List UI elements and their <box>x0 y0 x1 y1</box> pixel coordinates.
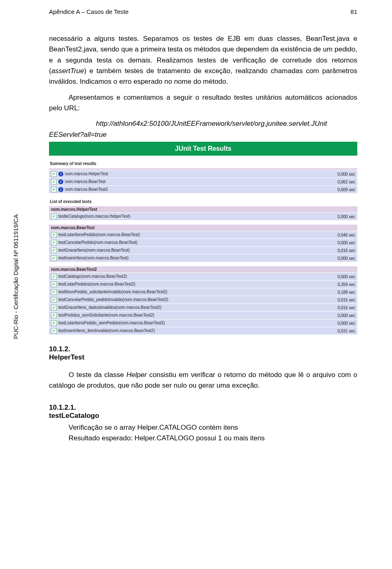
junit-results: Summary of test results ✓inom.marcos.Hel… <box>49 161 357 335</box>
test-time: 0,031 sec <box>321 327 357 335</box>
test-name: testCatalogo(nom.marcos.BeanTest2) <box>58 274 127 279</box>
test-name: testNovoPedido_solicitanteInvalido(nom.m… <box>58 290 167 294</box>
summary-heading: Summary of test results <box>50 161 356 166</box>
check-icon: ✓ <box>51 214 57 219</box>
group-name: nom.marcos.HelperTest <box>49 206 357 213</box>
section-title-helpertest: HelperTest <box>49 353 357 361</box>
group-name: nom.marcos.BeanTest <box>49 225 357 231</box>
running-head-title: Apêndice A – Casos de Teste <box>49 8 129 15</box>
test-time: 0,046 sec <box>321 231 357 239</box>
eeservlet-line: EEServlet?all=true <box>49 129 357 140</box>
summary-time: 0,000 sec <box>321 170 357 178</box>
table-row: ✓testCatalogo(nom.marcos.BeanTest2)0,000… <box>49 273 357 281</box>
test-time: 0,000 sec <box>321 319 357 327</box>
section-title-testlecatalogo: testLeCatalogo <box>49 412 357 420</box>
group-table: ✓testleCatalogo(nom.marcos.HelperTest) 0… <box>49 213 357 221</box>
test-name: testListarItensPedido_semPedido(nom.marc… <box>58 321 165 325</box>
test-name: testInserirItens_itemInvalido(nom.marcos… <box>58 328 155 333</box>
table-row: ✓testleCatalogo(nom.marcos.HelperTest) 0… <box>49 213 357 221</box>
test-time: 0,016 sec <box>321 304 357 312</box>
test-time: 0,000 sec <box>321 254 357 262</box>
test-name: testPedidos_semSolicitante(nom.marcos.Be… <box>58 313 154 317</box>
verification-line: Verificação se o array Helper.CATALOGO c… <box>69 422 357 433</box>
summary-name: nom.marcos.BeanTest2 <box>65 187 108 192</box>
test-name: testGravarItens_dadosInvalidos(nom.marco… <box>58 305 161 310</box>
paragraph-3a: O teste da classe <box>69 371 126 379</box>
test-name: testCancelarPedido(nom.marcos.BeanTest) <box>58 240 137 245</box>
paragraph-1: necessário a alguns testes. Separamos os… <box>49 33 357 87</box>
check-icon: ✓ <box>51 179 57 185</box>
url-line: http://athlon64x2:50100/JUnitEEFramework… <box>96 118 357 129</box>
table-row: ✓testListarPedidos(nom.marcos.BeanTest2)… <box>49 281 357 288</box>
table-row: ✓inom.marcos.HelperTest 0,000 sec <box>49 170 357 178</box>
test-time: 0,015 sec <box>321 296 357 304</box>
check-icon: ✓ <box>51 305 57 310</box>
table-row: ✓inom.marcos.BeanTest2 0,609 sec <box>49 186 357 194</box>
test-name: testListarPedidos(nom.marcos.BeanTest2) <box>58 282 135 286</box>
table-row: ✓testCancelarPedido(nom.marcos.BeanTest)… <box>49 239 357 247</box>
check-icon: ✓ <box>51 232 57 238</box>
certification-sidelabel: PUC-Rio - Certificação Digital Nº 061191… <box>12 214 19 339</box>
running-head: Apêndice A – Casos de Teste 81 <box>49 8 357 15</box>
paragraph-1b: ) e também testes de tratamento de exceç… <box>49 67 357 85</box>
info-icon: i <box>58 179 63 184</box>
table-row: ✓testCancelarPedido_pedidoInvalido(nom.m… <box>49 296 357 304</box>
table-row: ✓testGravarItens_dadosInvalidos(nom.marc… <box>49 304 357 312</box>
page-number: 81 <box>350 8 357 15</box>
test-time: 0,000 sec <box>321 312 357 319</box>
info-icon: i <box>58 172 63 176</box>
group-table: ✓testListarItensPedido(nom.marcos.BeanTe… <box>49 231 357 262</box>
test-time: 0,016 sec <box>321 247 357 254</box>
check-icon: ✓ <box>51 281 57 287</box>
check-icon: ✓ <box>51 312 57 318</box>
table-row: ✓testInserirItens_itemInvalido(nom.marco… <box>49 327 357 335</box>
test-time: 0,000 sec <box>321 213 357 221</box>
table-row: ✓inom.marcos.BeanTest 0,062 sec <box>49 178 357 186</box>
test-name: testleCatalogo(nom.marcos.HelperTest) <box>58 214 130 219</box>
table-row: ✓testListarItensPedido_semPedido(nom.mar… <box>49 319 357 327</box>
check-icon: ✓ <box>51 274 57 279</box>
test-name: testListarItensPedido(nom.marcos.BeanTes… <box>58 232 140 237</box>
test-time: 0,188 sec <box>321 288 357 296</box>
test-time: 0,359 sec <box>321 281 357 288</box>
test-name: testGravarItens(nom.marcos.BeanTest) <box>58 248 130 252</box>
check-icon: ✓ <box>51 320 57 326</box>
info-icon: i <box>58 187 63 192</box>
check-icon: ✓ <box>51 255 57 261</box>
paragraph-3: O teste da classe Helper consistiu em ve… <box>49 370 357 391</box>
check-icon: ✓ <box>51 297 57 303</box>
expected-result-line: Resultado esperado: Helper.CATALOGO poss… <box>69 433 357 444</box>
check-icon: ✓ <box>51 248 57 253</box>
list-heading: List of executed tests <box>50 199 356 204</box>
check-icon: ✓ <box>51 171 57 177</box>
paragraph-2: Apresentamos e comentamos a seguir o res… <box>49 92 357 114</box>
table-row: ✓testPedidos_semSolicitante(nom.marcos.B… <box>49 312 357 319</box>
test-time: 0,000 sec <box>321 273 357 281</box>
check-icon: ✓ <box>51 187 57 192</box>
summary-name: nom.marcos.BeanTest <box>65 179 106 184</box>
helper-italic: Helper <box>126 371 147 379</box>
table-row: ✓testNovoPedido_solicitanteInvalido(nom.… <box>49 288 357 296</box>
table-row: ✓testGravarItens(nom.marcos.BeanTest)0,0… <box>49 247 357 254</box>
table-row: ✓testInserirItens(nom.marcos.BeanTest)0,… <box>49 254 357 262</box>
section-number-10-1-2: 10.1.2. <box>49 345 357 353</box>
summary-table: ✓inom.marcos.HelperTest 0,000 sec ✓inom.… <box>49 168 357 194</box>
check-icon: ✓ <box>51 289 57 295</box>
junit-banner: JUnit Test Results <box>49 142 357 156</box>
test-name: testInserirItens(nom.marcos.BeanTest) <box>58 256 129 260</box>
group-table: ✓testCatalogo(nom.marcos.BeanTest2)0,000… <box>49 273 357 335</box>
assert-true-italic: assertTrue <box>51 67 84 75</box>
summary-time: 0,609 sec <box>321 186 357 194</box>
table-row: ✓testListarItensPedido(nom.marcos.BeanTe… <box>49 231 357 239</box>
test-time: 0,000 sec <box>321 239 357 247</box>
summary-time: 0,062 sec <box>321 178 357 186</box>
summary-name: nom.marcos.HelperTest <box>65 172 108 176</box>
section-number-10-1-2-1: 10.1.2.1. <box>49 404 357 412</box>
check-icon: ✓ <box>51 240 57 245</box>
test-name: testCancelarPedido_pedidoInvalido(nom.ma… <box>58 297 168 302</box>
group-name: nom.marcos.BeanTest2 <box>49 266 357 273</box>
check-icon: ✓ <box>51 328 57 334</box>
